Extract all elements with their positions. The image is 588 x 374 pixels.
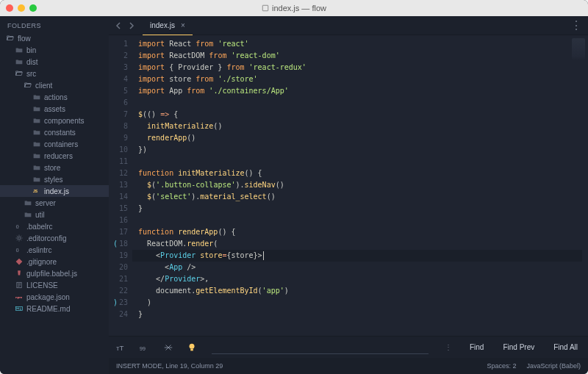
tab-index-js[interactable]: index.js × [143, 16, 193, 35]
nav-back-button[interactable] [113, 20, 125, 32]
regex-icon[interactable] [162, 341, 175, 354]
tree-item--babelrc[interactable]: {}.babelrc [0, 220, 109, 232]
tree-item-util[interactable]: util [0, 209, 109, 220]
tree-item-label: .babelrc [26, 223, 104, 231]
tab-label: index.js [150, 21, 175, 29]
tree-item-label: .editorconfig [26, 234, 104, 242]
tree-item-styles[interactable]: styles [0, 173, 109, 185]
folder-open-icon [15, 69, 24, 78]
tree-item-label: actions [44, 93, 104, 101]
editor-area[interactable]: 123456789101112131415161718192021222324 … [109, 35, 588, 336]
minimap[interactable] [572, 38, 585, 82]
tree-item-dist[interactable]: dist [0, 56, 109, 68]
svg-point-3 [18, 237, 21, 240]
status-bar: INSERT MODE, Line 19, Column 29 Spaces: … [109, 358, 588, 374]
tree-item-assets[interactable]: assets [0, 103, 109, 115]
folder-icon [32, 175, 41, 184]
tree-item-containers[interactable]: containers [0, 138, 109, 150]
nav-forward-button[interactable] [125, 20, 137, 32]
braces-icon: {} [15, 245, 24, 254]
tree-item--eslintrc[interactable]: {}.eslintrc [0, 244, 109, 256]
folder-tree[interactable]: flowbindistsrcclientactionsassetscompone… [0, 32, 109, 374]
folder-icon [15, 57, 24, 66]
find-input[interactable] [212, 341, 429, 354]
tree-item-readme-md[interactable]: README.md [0, 303, 109, 314]
sidebar: FOLDERS flowbindistsrcclientactionsasset… [0, 16, 109, 374]
svg-text:{}: {} [16, 223, 19, 229]
folder-icon [32, 104, 41, 113]
svg-text:npm: npm [15, 295, 22, 299]
tree-item-label: flow [18, 35, 104, 43]
svg-rect-11 [190, 348, 193, 350]
folder-icon [32, 93, 41, 101]
svg-text:{}: {} [16, 247, 19, 252]
tree-item-label: constants [44, 129, 104, 137]
folder-icon [24, 198, 32, 207]
tree-item-label: package.json [26, 293, 104, 301]
tree-item-label: assets [44, 105, 104, 113]
tree-item-reducers[interactable]: reducers [0, 150, 109, 162]
braces-icon: {} [15, 222, 24, 231]
editor-window: index.js — flow FOLDERS flowbindistsrccl… [0, 0, 588, 374]
tree-item-src[interactable]: src [0, 68, 109, 79]
find-more-icon[interactable]: ⋮ [442, 343, 455, 351]
tree-item-bin[interactable]: bin [0, 44, 109, 56]
status-indent[interactable]: Spaces: 2 [487, 362, 516, 370]
tab-close-icon[interactable]: × [181, 21, 185, 29]
folder-icon [32, 140, 41, 148]
line-gutter: 123456789101112131415161718192021222324 [109, 35, 132, 336]
status-mode[interactable]: INSERT MODE, Line 19, Column 29 [116, 362, 223, 370]
sidebar-header: FOLDERS [0, 16, 109, 32]
svg-text:тT: тT [116, 343, 123, 351]
tree-item-license[interactable]: LICENSE [0, 279, 109, 291]
tree-item-label: dist [26, 58, 104, 66]
whole-word-icon[interactable]: 99 [138, 341, 151, 354]
svg-point-10 [190, 343, 195, 348]
highlight-icon[interactable] [185, 341, 198, 354]
editor-main: index.js × ⋮ 123456789101112131415161718… [109, 16, 588, 374]
folder-icon [32, 116, 41, 125]
tree-item-flow[interactable]: flow [0, 32, 109, 44]
tree-item-actions[interactable]: actions [0, 91, 109, 103]
tree-item-server[interactable]: server [0, 197, 109, 209]
tree-item-client[interactable]: client [0, 79, 109, 91]
tree-item-label: store [44, 164, 104, 172]
tree-item-package-json[interactable]: npmpackage.json [0, 291, 109, 303]
folder-icon [32, 151, 41, 160]
find-button[interactable]: Find [465, 343, 488, 351]
tab-menu-icon[interactable]: ⋮ [570, 18, 582, 32]
status-language[interactable]: JavaScript (Babel) [526, 362, 581, 370]
tree-item-label: components [44, 117, 104, 125]
find-all-button[interactable]: Find All [549, 343, 582, 351]
folder-open-icon [6, 34, 15, 43]
tree-item--editorconfig[interactable]: .editorconfig [0, 232, 109, 244]
gear-icon [15, 234, 24, 242]
tree-item-label: README.md [26, 305, 104, 313]
tree-item-label: index.js [44, 187, 104, 195]
tree-item-label: util [35, 211, 104, 219]
tree-item-components[interactable]: components [0, 115, 109, 126]
md-icon [15, 304, 24, 313]
case-sensitive-icon[interactable]: тT [115, 341, 128, 354]
tree-item-store[interactable]: store [0, 162, 109, 173]
tree-item--gitignore[interactable]: .gitignore [0, 256, 109, 267]
svg-text:99: 99 [140, 345, 146, 350]
js-icon: JS [32, 187, 41, 195]
tree-item-label: styles [44, 176, 104, 184]
folder-icon [24, 210, 32, 219]
tree-item-label: containers [44, 140, 104, 148]
find-prev-button[interactable]: Find Prev [498, 343, 539, 351]
tree-item-index-js[interactable]: JSindex.js [0, 185, 109, 197]
tree-item-label: bin [26, 46, 104, 54]
folder-open-icon [24, 81, 32, 90]
tree-item-gulpfile-babel-js[interactable]: gulpfile.babel.js [0, 267, 109, 279]
tree-item-label: gulpfile.babel.js [26, 270, 104, 278]
folder-icon [15, 46, 24, 54]
svg-rect-0 [262, 5, 268, 11]
svg-text:JS: JS [33, 189, 38, 193]
find-bar: тT 99 ⋮ Find Find Prev Find All [109, 336, 588, 358]
tree-item-label: reducers [44, 152, 104, 160]
code-content[interactable]: import React from 'react'import ReactDOM… [132, 35, 588, 336]
tree-item-label: LICENSE [26, 281, 104, 290]
tree-item-constants[interactable]: constants [0, 126, 109, 138]
